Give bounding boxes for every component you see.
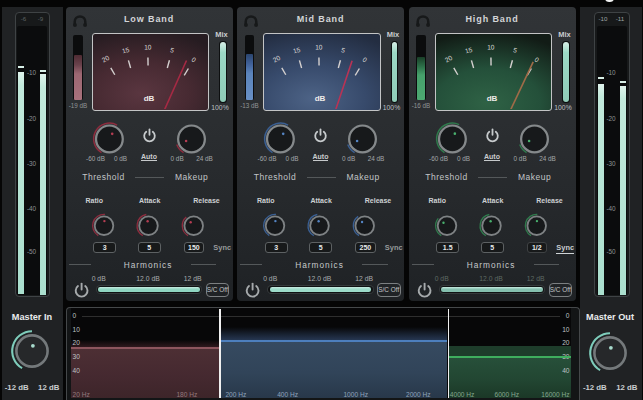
svg-text:20: 20	[100, 54, 110, 64]
svg-text:dB: dB	[486, 94, 497, 103]
svg-text:0: 0	[361, 56, 368, 64]
svg-text:15: 15	[464, 46, 473, 55]
svg-text:15: 15	[121, 46, 130, 55]
svg-text:0: 0	[190, 56, 197, 64]
svg-text:15: 15	[292, 46, 301, 55]
svg-text:dB: dB	[315, 94, 326, 103]
svg-text:10: 10	[144, 43, 152, 50]
svg-text:0: 0	[533, 56, 540, 64]
svg-text:10: 10	[315, 43, 323, 50]
svg-text:5: 5	[512, 46, 518, 54]
svg-text:20: 20	[443, 54, 453, 64]
svg-text:5: 5	[169, 46, 175, 54]
svg-text:5: 5	[341, 46, 347, 54]
svg-text:10: 10	[487, 43, 495, 50]
svg-text:dB: dB	[143, 94, 154, 103]
svg-text:20: 20	[272, 54, 282, 64]
